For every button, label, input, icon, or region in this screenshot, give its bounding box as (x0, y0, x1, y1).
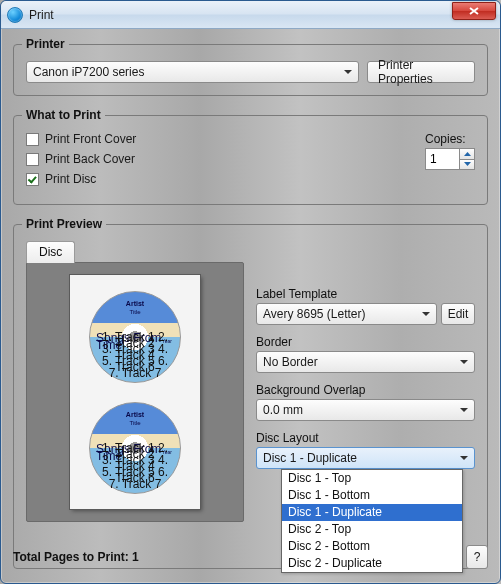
close-icon (469, 7, 479, 15)
disc-layout-option[interactable]: Disc 1 - Duplicate (282, 504, 462, 521)
printer-legend: Printer (22, 37, 69, 51)
chevron-up-icon (464, 152, 471, 156)
printer-properties-button[interactable]: Printer Properties (367, 61, 475, 83)
window-title: Print (29, 8, 452, 22)
what-to-print-legend: What to Print (22, 108, 105, 122)
bg-overlap-label: Background Overlap (256, 383, 475, 397)
checkbox-icon (26, 173, 39, 186)
copies-down-button[interactable] (459, 159, 475, 171)
printer-select[interactable]: Canon iP7200 series (26, 61, 359, 83)
preview-page: Artist Title Songs FromTime Year 1. Trac… (70, 275, 200, 509)
close-button[interactable] (452, 2, 496, 20)
tab-disc[interactable]: Disc (26, 241, 75, 263)
disc-layout-option[interactable]: Disc 1 - Bottom (282, 487, 462, 504)
border-label: Border (256, 335, 475, 349)
chevron-down-icon (464, 162, 471, 166)
printer-select-value: Canon iP7200 series (33, 65, 144, 79)
checkbox-icon (26, 133, 39, 146)
edit-template-button[interactable]: Edit (441, 303, 475, 325)
print-disc-checkbox[interactable]: Print Disc (26, 172, 425, 186)
disc-layout-option[interactable]: Disc 2 - Duplicate (282, 555, 462, 572)
copies-up-button[interactable] (459, 148, 475, 159)
disc-layout-option[interactable]: Disc 2 - Bottom (282, 538, 462, 555)
disc-layout-select[interactable]: Disc 1 - Duplicate (256, 447, 475, 469)
disc-layout-option[interactable]: Disc 1 - Top (282, 470, 462, 487)
copies-label: Copies: (425, 132, 475, 146)
help-button[interactable]: ? (466, 545, 488, 569)
copies-value[interactable]: 1 (425, 148, 459, 170)
app-icon (7, 7, 23, 23)
printer-group: Printer Canon iP7200 series Printer Prop… (13, 37, 488, 96)
preview-canvas: Artist Title Songs FromTime Year 1. Trac… (26, 262, 244, 522)
title-bar: Print (1, 1, 500, 29)
label-template-label: Label Template (256, 287, 475, 301)
print-front-cover-checkbox[interactable]: Print Front Cover (26, 132, 425, 146)
print-back-cover-checkbox[interactable]: Print Back Cover (26, 152, 425, 166)
disc-preview-1: Artist Title Songs FromTime Year 1. Trac… (89, 291, 181, 383)
copies-spinner[interactable]: 1 (425, 148, 475, 170)
disc-preview-2: Artist Title Songs FromTime Year 1. Trac… (89, 402, 181, 494)
what-to-print-group: What to Print Print Front Cover Print Ba… (13, 108, 488, 205)
disc-layout-option[interactable]: Disc 2 - Top (282, 521, 462, 538)
disc-layout-label: Disc Layout (256, 431, 475, 445)
bg-overlap-select[interactable]: 0.0 mm (256, 399, 475, 421)
border-select[interactable]: No Border (256, 351, 475, 373)
checkbox-icon (26, 153, 39, 166)
print-preview-legend: Print Preview (22, 217, 106, 231)
disc-layout-dropdown-list[interactable]: Disc 1 - TopDisc 1 - BottomDisc 1 - Dupl… (281, 469, 463, 573)
label-template-select[interactable]: Avery 8695 (Letter) (256, 303, 437, 325)
